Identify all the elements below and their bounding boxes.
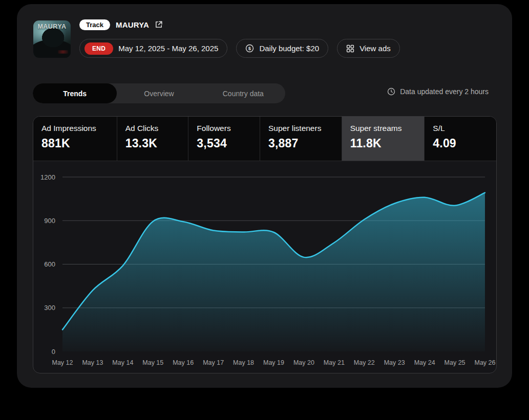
trend-chart-svg: 03006009001200May 12May 13May 14May 15Ma… [33,162,496,373]
stat-cell-followers[interactable]: Followers3,534 [188,117,260,161]
x-axis-label: May 13 [82,359,103,366]
campaign-card: MAURYA Track MAURYA END May 12, 2025 - M… [17,4,512,388]
end-status-badge: END [84,42,113,55]
data-updated-text: Data updated every 2 hours [400,87,489,96]
stat-label: Ad Impressions [41,124,117,133]
stats-chart-panel: Ad Impressions881KAd Clicks13.3KFollower… [33,116,497,373]
stat-label: S/L [433,124,496,133]
tab-overview[interactable]: Overview [117,83,201,103]
stat-cell-super-listeners[interactable]: Super listeners3,887 [260,117,342,161]
x-axis-label: May 18 [233,359,254,366]
data-updated: Data updated every 2 hours [387,87,489,96]
x-axis-label: May 20 [293,359,314,366]
album-art-title: MAURYA [33,23,71,30]
tabs: TrendsOverviewCountry data [33,83,285,103]
y-axis-label: 1200 [40,173,55,181]
trend-chart: 03006009001200May 12May 13May 14May 15Ma… [33,162,496,373]
y-axis-label: 0 [52,348,55,356]
external-link-icon[interactable] [155,20,163,29]
y-axis-label: 600 [44,260,55,268]
date-range-pill: END May 12, 2025 - May 26, 2025 [79,39,227,58]
album-art-accent [58,50,68,54]
stats-row: Ad Impressions881KAd Clicks13.3KFollower… [33,117,496,161]
stat-value: 11.8K [350,137,425,150]
x-axis-label: May 21 [324,359,345,366]
x-axis-label: May 16 [173,359,194,366]
x-axis-label: May 19 [263,359,284,366]
x-axis-label: May 24 [414,359,435,366]
area-fill [62,193,485,351]
campaign-title: MAURYA [116,20,149,29]
stat-cell-ad-impressions[interactable]: Ad Impressions881K [33,117,117,161]
x-axis-label: May 17 [203,359,224,366]
y-axis-label: 900 [44,217,55,225]
tab-country-data[interactable]: Country data [201,83,285,103]
x-axis-label: May 23 [384,359,405,366]
stat-label: Super streams [350,124,425,133]
dollar-circle-icon: $ [245,44,254,53]
stat-cell-super-streams[interactable]: Super streams11.8K [342,117,425,161]
y-axis-label: 300 [44,304,55,312]
view-ads-label: View ads [359,44,391,53]
stat-label: Followers [197,124,260,133]
x-axis-label: May 15 [142,359,163,366]
album-art: MAURYA [33,20,71,58]
x-axis-label: May 14 [112,359,133,366]
stat-label: Super listeners [268,124,342,133]
stat-value: 3,887 [268,137,342,150]
x-axis-label: May 12 [52,359,73,366]
x-axis-label: May 25 [445,359,465,366]
view-ads-button[interactable]: View ads [337,39,400,58]
stat-label: Ad Clicks [125,124,188,133]
stat-value: 881K [41,137,117,150]
stat-cell-s-l[interactable]: S/L4.09 [425,117,496,161]
grid-icon [346,45,354,53]
stat-cell-ad-clicks[interactable]: Ad Clicks13.3K [117,117,189,161]
x-axis-label: May 22 [354,359,375,366]
stat-value: 4.09 [433,137,496,150]
x-axis-label: May 26 [475,359,496,366]
stat-value: 3,534 [197,137,260,150]
date-range-text: May 12, 2025 - May 26, 2025 [118,44,218,53]
clock-icon [387,87,395,96]
svg-text:$: $ [248,46,251,51]
tab-trends[interactable]: Trends [33,83,117,103]
stat-value: 13.3K [125,137,188,150]
daily-budget-pill: $ Daily budget: $20 [236,39,328,58]
track-type-badge: Track [79,19,110,30]
daily-budget-text: Daily budget: $20 [259,44,319,53]
